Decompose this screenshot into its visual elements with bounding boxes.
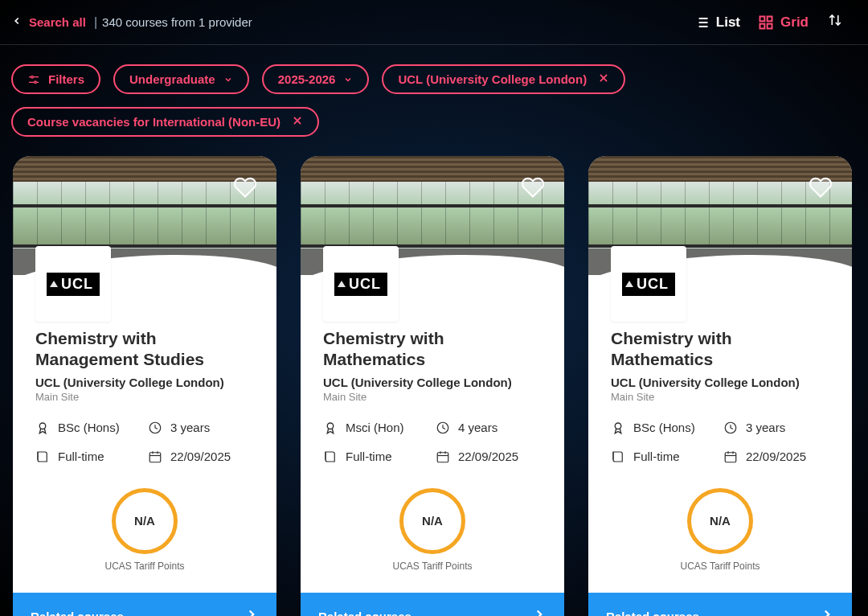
favorite-button[interactable] bbox=[233, 175, 257, 199]
meta-mode: Full-time bbox=[323, 450, 429, 464]
rosette-icon bbox=[323, 421, 338, 435]
related-courses-label: Related courses bbox=[31, 610, 124, 617]
qualification-label: BSc (Hons) bbox=[58, 421, 120, 434]
course-provider: UCL (University College London) bbox=[611, 376, 829, 389]
chevron-right-icon bbox=[244, 607, 259, 617]
tariff-block: N/A UCAS Tariff Points bbox=[35, 488, 254, 572]
results-grid: UCL Chemistry with Management Studies UC… bbox=[0, 156, 868, 616]
book-icon bbox=[35, 450, 50, 464]
course-site: Main Site bbox=[35, 391, 254, 403]
book-icon bbox=[611, 450, 625, 464]
filter-pill-vacancy[interactable]: Course vacancies for International (Non-… bbox=[11, 107, 319, 137]
chevron-right-icon bbox=[532, 607, 547, 617]
mode-label: Full-time bbox=[633, 450, 680, 463]
course-card[interactable]: UCL Chemistry with Mathematics UCL (Univ… bbox=[588, 156, 852, 616]
divider-pipe: | bbox=[94, 15, 97, 30]
start-date-label: 22/09/2025 bbox=[170, 450, 231, 463]
duration-label: 4 years bbox=[458, 421, 497, 434]
course-title: Chemistry with Mathematics bbox=[611, 328, 829, 371]
clock-icon bbox=[436, 421, 450, 435]
clock-icon bbox=[148, 421, 162, 435]
list-view-label: List bbox=[716, 14, 740, 31]
calendar-icon bbox=[436, 450, 450, 464]
favorite-button[interactable] bbox=[809, 175, 833, 199]
svg-point-13 bbox=[31, 76, 34, 78]
chevron-down-icon bbox=[223, 75, 233, 84]
close-icon[interactable] bbox=[598, 72, 609, 86]
filters-label: Filters bbox=[48, 72, 84, 86]
meta-mode: Full-time bbox=[35, 450, 141, 464]
filter-year-label: 2025-2026 bbox=[278, 72, 336, 86]
course-card[interactable]: UCL Chemistry with Management Studies UC… bbox=[13, 156, 276, 616]
filter-pill-provider[interactable]: UCL (University College London) bbox=[382, 64, 625, 94]
meta-start-date: 22/09/2025 bbox=[148, 450, 254, 464]
svg-rect-9 bbox=[768, 23, 772, 28]
close-icon[interactable] bbox=[292, 115, 303, 129]
provider-logo: UCL bbox=[323, 246, 399, 322]
tariff-value: N/A bbox=[399, 488, 465, 554]
related-courses-label: Related courses bbox=[606, 610, 699, 617]
svg-point-27 bbox=[327, 423, 334, 429]
sliders-icon bbox=[27, 73, 40, 86]
provider-logo: UCL bbox=[611, 246, 686, 322]
calendar-icon bbox=[723, 450, 738, 464]
filters-button[interactable]: Filters bbox=[11, 64, 100, 94]
duration-label: 3 years bbox=[746, 421, 785, 434]
results-count: 340 courses from 1 provider bbox=[102, 15, 252, 29]
course-provider: UCL (University College London) bbox=[323, 376, 542, 389]
clock-icon bbox=[723, 421, 738, 435]
duration-label: 3 years bbox=[170, 421, 210, 434]
back-button[interactable] bbox=[11, 14, 23, 31]
meta-duration: 3 years bbox=[723, 421, 829, 435]
heart-icon bbox=[233, 175, 257, 199]
list-view-button[interactable]: List bbox=[694, 14, 740, 31]
ucl-logo-text: UCL bbox=[334, 273, 387, 296]
svg-rect-8 bbox=[760, 23, 765, 28]
svg-point-34 bbox=[615, 423, 621, 429]
heart-icon bbox=[809, 175, 833, 199]
chevron-right-icon bbox=[820, 607, 834, 617]
sort-icon bbox=[828, 13, 842, 27]
qualification-label: Msci (Hon) bbox=[346, 421, 404, 434]
tariff-block: N/A UCAS Tariff Points bbox=[323, 488, 542, 572]
chevron-down-icon bbox=[343, 75, 353, 84]
provider-logo: UCL bbox=[35, 246, 111, 322]
tariff-value: N/A bbox=[112, 488, 178, 554]
tariff-label: UCAS Tariff Points bbox=[393, 561, 473, 572]
course-title: Chemistry with Management Studies bbox=[35, 328, 254, 371]
meta-mode: Full-time bbox=[611, 450, 717, 464]
related-courses-label: Related courses bbox=[318, 610, 411, 617]
course-title: Chemistry with Mathematics bbox=[323, 328, 542, 371]
calendar-icon bbox=[148, 450, 162, 464]
ucl-logo-text: UCL bbox=[622, 273, 675, 296]
start-date-label: 22/09/2025 bbox=[458, 450, 518, 463]
course-card[interactable]: UCL Chemistry with Mathematics UCL (Univ… bbox=[301, 156, 564, 616]
grid-view-button[interactable]: Grid bbox=[758, 14, 809, 31]
view-toggle: List Grid bbox=[694, 13, 842, 31]
favorite-button[interactable] bbox=[521, 175, 545, 199]
svg-point-20 bbox=[39, 423, 46, 429]
card-body: Chemistry with Mathematics UCL (Universi… bbox=[301, 275, 564, 593]
related-courses-button[interactable]: Related courses bbox=[13, 593, 276, 617]
filter-provider-label: UCL (University College London) bbox=[398, 72, 587, 86]
search-all-link[interactable]: Search all bbox=[29, 15, 86, 29]
book-icon bbox=[323, 450, 338, 464]
ucl-logo-text: UCL bbox=[47, 273, 100, 296]
tariff-block: N/A UCAS Tariff Points bbox=[611, 488, 829, 572]
svg-rect-30 bbox=[437, 452, 448, 462]
related-courses-button[interactable]: Related courses bbox=[301, 593, 564, 617]
tariff-label: UCAS Tariff Points bbox=[105, 561, 185, 572]
sort-button[interactable] bbox=[828, 13, 842, 31]
grid-icon bbox=[758, 14, 774, 31]
rosette-icon bbox=[35, 421, 50, 435]
related-courses-button[interactable]: Related courses bbox=[588, 593, 852, 617]
meta-qualification: Msci (Hon) bbox=[323, 421, 429, 435]
heart-icon bbox=[521, 175, 545, 199]
filter-pill-year[interactable]: 2025-2026 bbox=[262, 64, 370, 94]
mode-label: Full-time bbox=[58, 450, 104, 463]
filter-level-label: Undergraduate bbox=[129, 72, 215, 86]
svg-rect-6 bbox=[760, 16, 765, 21]
meta-qualification: BSc (Hons) bbox=[35, 421, 141, 435]
tariff-label: UCAS Tariff Points bbox=[681, 561, 760, 572]
filter-pill-level[interactable]: Undergraduate bbox=[113, 64, 249, 94]
